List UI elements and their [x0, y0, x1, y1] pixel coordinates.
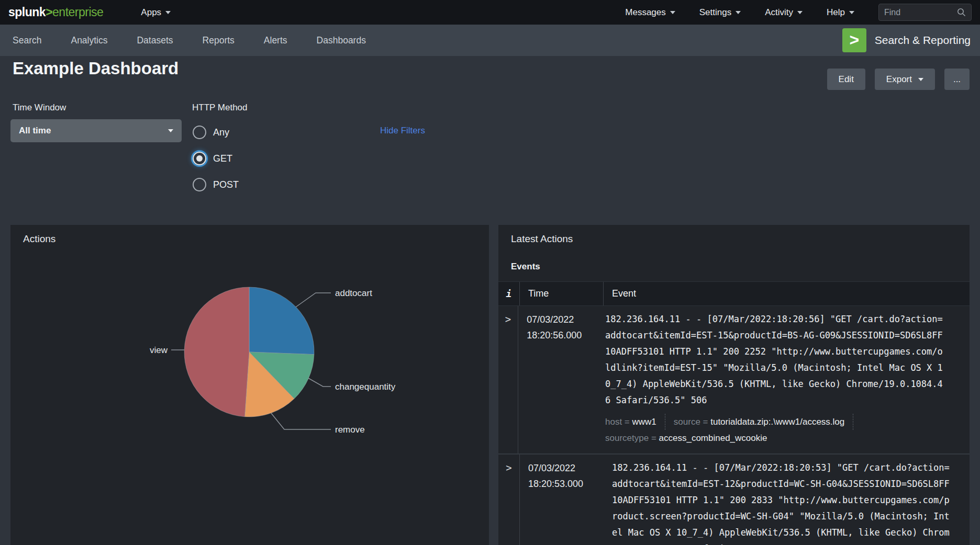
http-method-radio-group: Any GET POST — [193, 126, 239, 204]
event-time-cell: 07/03/2022 18:20:53.000 — [520, 455, 604, 545]
pie-slice-addtocart[interactable] — [249, 287, 314, 355]
actions-panel: Actions addtocart view changequantity re… — [10, 225, 489, 545]
time-window-dropdown[interactable]: All time — [10, 119, 182, 142]
radio-circle-icon — [193, 126, 206, 139]
search-icon — [957, 8, 966, 17]
hide-filters-link[interactable]: Hide Filters — [380, 126, 425, 136]
events-table: i Time Event > 07/03/2022 18:20:56.000 1… — [498, 281, 970, 545]
time-window-label: Time Window — [13, 103, 66, 113]
event-cell: 182.236.164.11 - - [07/Mar/2022:18:20:56… — [597, 306, 970, 453]
radio-any-label: Any — [213, 127, 229, 138]
event-clock: 18:20:56.000 — [527, 327, 597, 343]
splunk-app-icon: > — [842, 28, 866, 52]
logo-splunk: splunk — [8, 5, 46, 19]
nav-item-search[interactable]: Search — [13, 35, 41, 46]
event-row: > 07/03/2022 18:20:53.000 182.236.164.11… — [498, 455, 970, 545]
latest-actions-panel-title: Latest Actions — [511, 233, 573, 245]
top-bar: splunk>enterprise Apps Messages Settings… — [0, 0, 980, 25]
logo-product: enterprise — [52, 5, 103, 19]
chevron-down-icon — [165, 11, 171, 14]
event-time-cell: 07/03/2022 18:20:56.000 — [518, 306, 597, 453]
event-raw-text[interactable]: 182.236.164.11 - - [07/Mar/2022:18:20:56… — [605, 311, 943, 408]
messages-menu-label: Messages — [625, 7, 665, 18]
radio-get-label: GET — [213, 153, 232, 164]
edit-button[interactable]: Edit — [827, 69, 865, 90]
nav-item-datasets[interactable]: Datasets — [137, 35, 173, 46]
event-field-host[interactable]: host = www1 — [605, 414, 665, 430]
radio-get[interactable]: GET — [193, 152, 239, 165]
help-menu[interactable]: Help — [827, 7, 854, 18]
latest-actions-panel: Latest Actions Events i Time Event > 07/… — [498, 225, 970, 545]
event-field-source[interactable]: source = tutorialdata.zip:.\www1/access.… — [674, 414, 853, 430]
callout-line-addtocart — [296, 293, 331, 307]
chevron-down-icon — [736, 11, 741, 14]
find-search-box[interactable] — [878, 4, 972, 21]
chevron-down-icon — [168, 129, 173, 132]
radio-post[interactable]: POST — [193, 178, 239, 191]
event-date: 07/03/2022 — [528, 460, 604, 476]
events-subtitle: Events — [511, 262, 540, 272]
header-info-column[interactable]: i — [498, 282, 520, 305]
pie-slices[interactable] — [184, 287, 314, 417]
radio-post-label: POST — [213, 179, 239, 190]
nav-item-alerts[interactable]: Alerts — [264, 35, 287, 46]
export-button-label: Export — [886, 74, 912, 85]
row-expander-chevron-icon[interactable]: > — [498, 455, 520, 545]
dashboard-actions: Edit Export ... — [827, 69, 970, 90]
page-title: Example Dashboard — [13, 59, 179, 78]
event-cell: 182.236.164.11 - - [07/Mar/2022:18:20:53… — [604, 455, 970, 545]
nav-item-analytics[interactable]: Analytics — [71, 35, 107, 46]
nav-item-dashboards[interactable]: Dashboards — [317, 35, 366, 46]
event-fields: host = www1source = tutorialdata.zip:.\w… — [605, 414, 961, 446]
chevron-down-icon — [670, 11, 675, 14]
pie-label-remove: remove — [335, 425, 365, 435]
export-button[interactable]: Export — [875, 69, 935, 90]
activity-menu-label: Activity — [765, 7, 793, 18]
http-method-label: HTTP Method — [192, 103, 248, 113]
time-window-value: All time — [19, 126, 51, 136]
current-app[interactable]: > Search & Reporting — [842, 28, 971, 52]
events-rows: > 07/03/2022 18:20:56.000 182.236.164.11… — [498, 306, 970, 545]
event-date: 07/03/2022 — [527, 312, 597, 327]
pie-label-view: view — [150, 345, 168, 355]
nav-item-reports[interactable]: Reports — [203, 35, 235, 46]
radio-dot-icon — [196, 155, 203, 162]
chevron-down-icon — [797, 11, 803, 14]
app-nav-bar: Search Analytics Datasets Reports Alerts… — [0, 25, 980, 56]
chevron-down-icon — [849, 11, 854, 14]
more-actions-button[interactable]: ... — [944, 69, 970, 90]
activity-menu[interactable]: Activity — [765, 7, 803, 18]
messages-menu[interactable]: Messages — [625, 7, 675, 18]
events-table-header: i Time Event — [498, 281, 970, 306]
current-app-name: Search & Reporting — [875, 34, 971, 47]
apps-menu-label: Apps — [141, 7, 161, 18]
event-field-sourcetype[interactable]: sourcetype = access_combined_wcookie — [605, 430, 775, 446]
chevron-down-icon — [918, 78, 923, 81]
radio-any[interactable]: Any — [193, 126, 239, 139]
event-raw-text[interactable]: 182.236.164.11 - - [07/Mar/2022:18:20:53… — [612, 460, 950, 545]
app-nav-items: Search Analytics Datasets Reports Alerts… — [13, 35, 366, 46]
radio-circle-icon — [193, 152, 206, 165]
event-row: > 07/03/2022 18:20:56.000 182.236.164.11… — [498, 306, 970, 455]
settings-menu-label: Settings — [699, 7, 731, 18]
row-expander-chevron-icon[interactable]: > — [498, 306, 518, 453]
header-event-column[interactable]: Event — [604, 282, 970, 305]
splunk-logo[interactable]: splunk>enterprise — [8, 5, 103, 19]
find-search-input[interactable] — [884, 8, 957, 17]
topbar-right-menus: Messages Settings Activity Help — [625, 4, 972, 21]
settings-menu[interactable]: Settings — [699, 7, 741, 18]
pie-slice-view[interactable] — [184, 287, 249, 417]
callout-line-changequantity — [308, 378, 331, 387]
pie-label-addtocart: addtocart — [335, 288, 372, 298]
apps-menu[interactable]: Apps — [141, 7, 171, 18]
actions-pie-chart[interactable]: addtocart view changequantity remove — [10, 225, 489, 545]
pie-label-changequantity: changequantity — [335, 382, 396, 392]
event-clock: 18:20:53.000 — [528, 476, 604, 492]
radio-circle-icon — [193, 178, 206, 191]
logo-gt-icon: > — [46, 5, 52, 19]
callout-line-remove — [271, 413, 331, 429]
help-menu-label: Help — [827, 7, 845, 18]
header-time-column[interactable]: Time — [520, 282, 604, 305]
